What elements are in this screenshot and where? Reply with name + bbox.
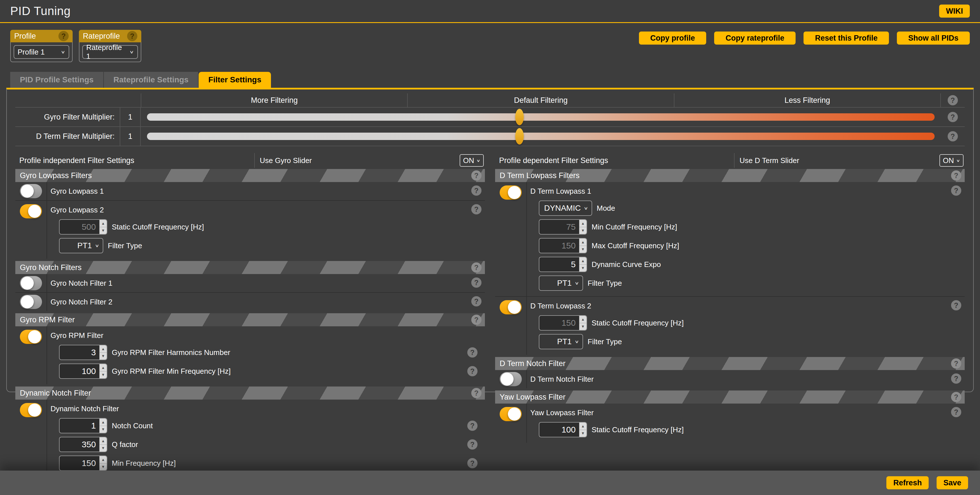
spinner-down-icon[interactable]: ▼ <box>579 430 587 437</box>
dterm-lowpass-2-cutoff-input[interactable] <box>539 315 579 331</box>
dterm-filter-slider-cell <box>141 127 941 146</box>
row-gyro-rpm-filter: Gyro RPM Filter ▲▼ Gyro RPM Filter Harmo… <box>15 326 485 384</box>
spinner-up-icon[interactable]: ▲ <box>579 220 587 227</box>
refresh-button[interactable]: Refresh <box>886 476 929 489</box>
spinner-up-icon[interactable]: ▲ <box>100 456 107 463</box>
dterm-filter-slider[interactable] <box>147 133 935 140</box>
spinner-down-icon[interactable]: ▼ <box>100 227 107 234</box>
dterm-lowpass-1-type-select[interactable]: PT1 ∨ <box>539 275 583 291</box>
spinner: ▲▼ <box>99 219 107 235</box>
number-input-group: ▲▼ <box>59 364 107 379</box>
help-icon[interactable]: ? <box>951 171 961 180</box>
spinner: ▲▼ <box>99 437 107 452</box>
gyro-lowpass-2-type-select[interactable]: PT1 ∨ <box>59 238 103 253</box>
tab-rateprofile-settings[interactable]: Rateprofile Settings <box>104 72 199 88</box>
dterm-lowpass-1-toggle[interactable] <box>500 185 522 200</box>
spinner-down-icon[interactable]: ▼ <box>100 445 107 452</box>
spinner-up-icon[interactable]: ▲ <box>579 423 587 430</box>
column-header-default-filtering: Default Filtering <box>407 93 674 107</box>
q-factor-input[interactable] <box>59 437 99 452</box>
spinner-down-icon[interactable]: ▼ <box>100 353 107 360</box>
dterm-filter-slider-thumb[interactable] <box>515 128 524 145</box>
gyro-lowpass-2-toggle[interactable] <box>20 204 42 219</box>
help-icon[interactable]: ? <box>471 185 482 196</box>
spinner: ▲▼ <box>99 364 107 379</box>
gyro-lowpass-1-toggle[interactable] <box>20 184 42 198</box>
help-icon[interactable]: ? <box>948 131 958 141</box>
help-icon[interactable]: ? <box>471 204 482 214</box>
rateprofile-select[interactable]: Rateprofile 1 ∨ <box>82 45 138 59</box>
help-icon[interactable]: ? <box>948 112 958 122</box>
spinner-up-icon[interactable]: ▲ <box>100 418 107 426</box>
help-icon[interactable]: ? <box>951 407 961 417</box>
spinner-up-icon[interactable]: ▲ <box>579 316 587 323</box>
spinner-up-icon[interactable]: ▲ <box>100 438 107 445</box>
help-icon[interactable]: ? <box>951 392 961 402</box>
gyro-notch-2-toggle[interactable] <box>20 295 42 309</box>
spinner-down-icon[interactable]: ▼ <box>579 323 587 330</box>
field-label: Min Frequency [Hz] <box>112 459 176 468</box>
spinner-down-icon[interactable]: ▼ <box>100 372 107 378</box>
rpm-min-frequency-input[interactable] <box>59 364 99 379</box>
help-icon[interactable]: ? <box>467 347 477 358</box>
help-icon[interactable]: ? <box>471 278 482 288</box>
rpm-harmonics-input[interactable] <box>59 345 99 360</box>
help-icon[interactable]: ? <box>471 315 482 325</box>
spinner-down-icon[interactable]: ▼ <box>579 265 587 272</box>
notch-count-input[interactable] <box>59 418 99 433</box>
spinner-down-icon[interactable]: ▼ <box>100 463 107 471</box>
gyro-filter-slider-thumb[interactable] <box>515 109 524 125</box>
help-icon[interactable]: ? <box>951 185 961 196</box>
field-label: Notch Count <box>112 422 153 430</box>
yaw-lowpass-cutoff-input[interactable] <box>539 422 579 438</box>
help-icon[interactable]: ? <box>948 95 958 105</box>
min-frequency-input[interactable] <box>59 455 99 471</box>
show-all-pids-button[interactable]: Show all PIDs <box>897 32 970 45</box>
spinner-up-icon[interactable]: ▲ <box>100 364 107 372</box>
help-icon[interactable]: ? <box>467 458 477 468</box>
chevron-down-icon: ∨ <box>129 50 134 54</box>
gyro-lowpass-2-cutoff-input[interactable] <box>59 219 99 235</box>
wiki-button[interactable]: WIKI <box>939 5 970 18</box>
help-icon[interactable]: ? <box>471 388 482 398</box>
gyro-filter-slider[interactable] <box>147 113 935 121</box>
copy-profile-button[interactable]: Copy profile <box>639 32 706 45</box>
copy-rateprofile-button[interactable]: Copy rateprofile <box>714 32 795 45</box>
help-icon[interactable]: ? <box>467 421 477 431</box>
help-icon[interactable]: ? <box>59 31 68 41</box>
dterm-lowpass-2-type-select[interactable]: PT1 ∨ <box>539 334 583 349</box>
dterm-lowpass-1-mode-select[interactable]: DYNAMIC ∨ <box>539 201 592 216</box>
save-button[interactable]: Save <box>937 476 968 489</box>
help-icon[interactable]: ? <box>471 262 482 273</box>
dterm-min-cutoff-input[interactable] <box>539 219 579 235</box>
spinner-down-icon[interactable]: ▼ <box>579 246 587 253</box>
profile-select[interactable]: Profile 1 ∨ <box>14 45 69 59</box>
dterm-notch-toggle[interactable] <box>500 372 522 386</box>
reset-profile-button[interactable]: Reset this Profile <box>803 32 889 45</box>
spinner-down-icon[interactable]: ▼ <box>579 227 587 234</box>
help-icon[interactable]: ? <box>951 300 961 310</box>
spinner-up-icon[interactable]: ▲ <box>100 345 107 353</box>
gyro-rpm-filter-toggle[interactable] <box>20 330 42 344</box>
dterm-lowpass-2-toggle[interactable] <box>500 300 522 315</box>
spinner-up-icon[interactable]: ▲ <box>579 239 587 246</box>
help-icon[interactable]: ? <box>951 374 961 384</box>
tab-filter-settings[interactable]: Filter Settings <box>199 72 271 88</box>
spinner-up-icon[interactable]: ▲ <box>100 220 107 227</box>
help-icon[interactable]: ? <box>127 31 137 41</box>
gyro-notch-1-toggle[interactable] <box>20 276 42 290</box>
dynamic-curve-expo-input[interactable] <box>539 257 579 272</box>
dterm-max-cutoff-input[interactable] <box>539 238 579 253</box>
spinner-up-icon[interactable]: ▲ <box>579 257 587 265</box>
spinner-down-icon[interactable]: ▼ <box>100 426 107 433</box>
use-gyro-slider-select[interactable]: ON ∨ <box>460 154 484 167</box>
help-icon[interactable]: ? <box>471 296 482 307</box>
dynamic-notch-toggle[interactable] <box>20 403 42 417</box>
help-icon[interactable]: ? <box>471 171 482 180</box>
help-icon[interactable]: ? <box>467 366 477 376</box>
yaw-lowpass-toggle[interactable] <box>500 407 522 421</box>
use-dterm-slider-select[interactable]: ON ∨ <box>939 154 964 167</box>
help-icon[interactable]: ? <box>467 439 477 450</box>
tab-pid-profile-settings[interactable]: PID Profile Settings <box>10 72 104 88</box>
help-icon[interactable]: ? <box>951 358 961 369</box>
